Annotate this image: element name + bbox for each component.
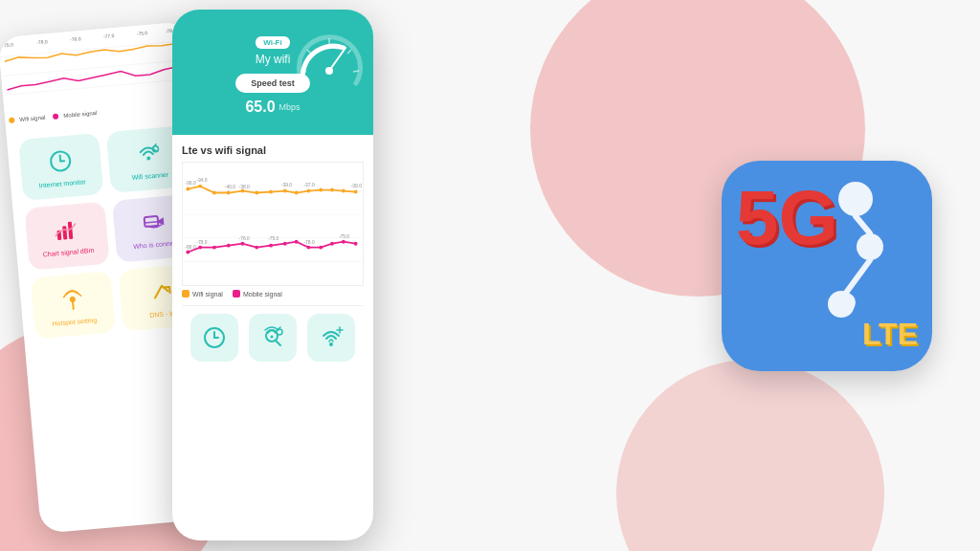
svg-line-24 bbox=[301, 71, 306, 72]
wifi-series-label: Wifi signal bbox=[192, 291, 223, 298]
feature-card-internet-monitor[interactable]: Internet monitor bbox=[18, 133, 103, 201]
speed-value: 65.0 bbox=[245, 99, 275, 116]
svg-text:-40.0: -40.0 bbox=[225, 185, 235, 189]
my-wifi-label: My wifi bbox=[256, 53, 291, 66]
hotspot-icon bbox=[56, 282, 89, 316]
bottom-icon-monitor[interactable] bbox=[190, 314, 238, 362]
bottom-icon-search[interactable] bbox=[249, 314, 297, 362]
svg-point-38 bbox=[283, 189, 287, 193]
feature-card-hotspot[interactable]: Hotspot setting bbox=[31, 271, 116, 339]
svg-text:-75.0: -75.0 bbox=[137, 30, 148, 36]
lte-vs-wifi-title: Lte vs wifi signal bbox=[182, 144, 364, 156]
svg-line-84 bbox=[856, 216, 870, 233]
internet-monitor-icon bbox=[44, 144, 78, 178]
wifi-legend-label: Wifi signal bbox=[19, 115, 46, 122]
app-logo-box: 5G LTE bbox=[722, 161, 932, 371]
svg-text:-75.0: -75.0 bbox=[2, 41, 13, 48]
speedometer bbox=[294, 31, 366, 102]
svg-line-75 bbox=[276, 341, 280, 345]
svg-line-22 bbox=[353, 71, 359, 72]
feature-card-chart-signal[interactable]: Chart signal dBm bbox=[24, 202, 109, 270]
svg-point-31 bbox=[186, 187, 189, 191]
mobile-legend: Mobile signal bbox=[233, 290, 282, 298]
logo-lte-text: LTE bbox=[862, 317, 918, 352]
chart-signal-label: Chart signal dBm bbox=[42, 247, 94, 259]
mobile-legend-color bbox=[233, 290, 240, 298]
svg-line-0 bbox=[0, 40, 190, 56]
wifi-legend-color bbox=[182, 290, 189, 298]
svg-point-87 bbox=[846, 189, 865, 209]
svg-text:-78.0: -78.0 bbox=[36, 38, 48, 45]
svg-point-78 bbox=[329, 342, 333, 346]
svg-text:-39.0: -39.0 bbox=[281, 183, 292, 187]
wifi-badge: Wi-Fi bbox=[256, 36, 289, 49]
app-logo-container: 5G LTE bbox=[722, 161, 951, 390]
svg-point-74 bbox=[270, 336, 273, 339]
svg-point-55 bbox=[227, 244, 231, 248]
svg-point-39 bbox=[295, 191, 299, 195]
svg-text:-38.0: -38.0 bbox=[239, 185, 250, 189]
svg-line-26 bbox=[329, 48, 345, 71]
svg-line-17 bbox=[145, 222, 158, 223]
svg-text:-78.0: -78.0 bbox=[196, 240, 207, 245]
svg-rect-14 bbox=[62, 227, 67, 240]
internet-monitor-label: Internet monitor bbox=[39, 178, 87, 190]
svg-point-10 bbox=[146, 156, 150, 160]
svg-point-41 bbox=[319, 188, 323, 192]
svg-point-40 bbox=[306, 189, 310, 193]
svg-text:-76.0: -76.0 bbox=[70, 35, 81, 42]
phone-middle-body: Lte vs wifi signal bbox=[172, 135, 373, 379]
svg-point-57 bbox=[255, 246, 258, 250]
svg-point-64 bbox=[342, 240, 345, 244]
wifi-scanner-label: Wifi scanner bbox=[131, 171, 168, 183]
svg-line-19 bbox=[73, 302, 74, 309]
svg-line-1 bbox=[1, 59, 191, 76]
svg-point-52 bbox=[186, 251, 189, 254]
svg-text:-75.0: -75.0 bbox=[268, 236, 278, 241]
svg-text:-37.0: -37.0 bbox=[303, 183, 314, 187]
svg-point-82 bbox=[857, 233, 883, 260]
svg-point-42 bbox=[330, 188, 334, 192]
who-connected-icon bbox=[138, 206, 171, 239]
mobile-series-label: Mobile signal bbox=[243, 291, 282, 298]
svg-line-85 bbox=[846, 260, 870, 293]
svg-point-62 bbox=[319, 246, 323, 250]
svg-point-58 bbox=[269, 244, 273, 248]
svg-point-33 bbox=[212, 191, 216, 195]
chart-signal-icon bbox=[50, 213, 83, 247]
svg-point-32 bbox=[198, 185, 202, 188]
svg-point-60 bbox=[295, 240, 299, 244]
phone-middle: Wi-Fi My wifi Speed test 65.0 Mbps bbox=[172, 10, 373, 540]
svg-point-34 bbox=[227, 191, 231, 195]
svg-point-35 bbox=[241, 189, 245, 193]
svg-line-21 bbox=[347, 50, 351, 54]
svg-point-65 bbox=[354, 242, 358, 246]
svg-point-63 bbox=[330, 242, 334, 246]
svg-point-37 bbox=[269, 190, 273, 194]
svg-line-2 bbox=[3, 78, 193, 95]
phone-top-teal: Wi-Fi My wifi Speed test 65.0 Mbps bbox=[172, 21, 373, 135]
svg-point-43 bbox=[342, 189, 345, 193]
svg-line-23 bbox=[307, 50, 311, 54]
network-nodes-graphic bbox=[722, 161, 894, 333]
svg-text:-75.0: -75.0 bbox=[339, 234, 349, 239]
svg-text:-77.0: -77.0 bbox=[103, 33, 115, 39]
svg-text:-76.0: -76.0 bbox=[239, 236, 250, 241]
signal-chart-mini: -75.0 -78.0 -76.0 -77.0 -75.0 -78.0 bbox=[0, 21, 195, 114]
svg-point-44 bbox=[354, 190, 358, 194]
speed-unit: Mbps bbox=[279, 102, 301, 112]
svg-point-86 bbox=[836, 293, 856, 312]
svg-point-36 bbox=[255, 191, 258, 195]
bottom-icons-row bbox=[182, 305, 364, 369]
svg-text:-78.0: -78.0 bbox=[303, 240, 314, 245]
lte-vs-wifi-chart: -36.0 -34.0 -40.0 -38.0 -39.0 -37.0 -39.… bbox=[182, 162, 364, 286]
svg-point-53 bbox=[198, 246, 202, 250]
svg-point-54 bbox=[212, 246, 216, 250]
bottom-icon-wifi[interactable] bbox=[307, 314, 355, 362]
svg-text:-39.0: -39.0 bbox=[351, 184, 362, 188]
svg-text:-80.0: -80.0 bbox=[185, 245, 195, 250]
svg-point-59 bbox=[283, 242, 287, 246]
wifi-legend: Wifi signal bbox=[182, 290, 223, 298]
svg-text:-36.0: -36.0 bbox=[185, 181, 195, 186]
svg-point-61 bbox=[306, 246, 310, 250]
